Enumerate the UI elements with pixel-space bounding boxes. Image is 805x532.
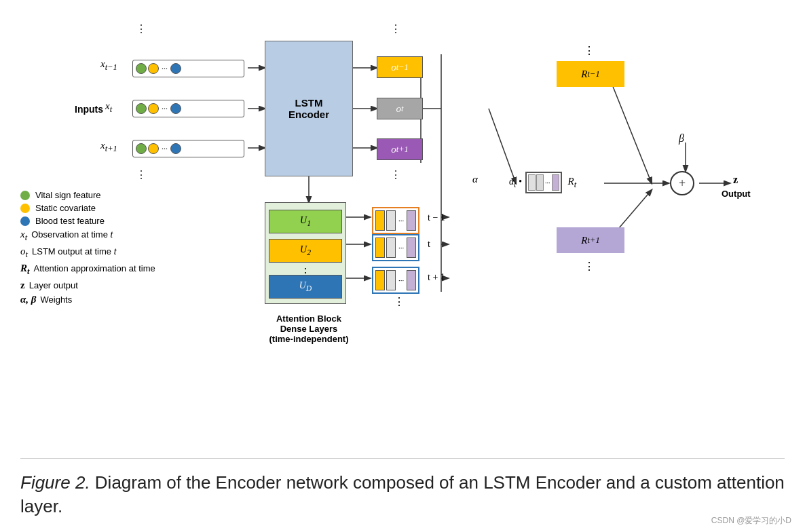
legend-ot-symbol: ot xyxy=(20,246,28,260)
cell-block-t-minus-1: ··· xyxy=(372,207,419,234)
input-row-t-minus-1: ··· xyxy=(132,60,244,77)
cell-block-t-plus-1: ··· xyxy=(372,267,419,294)
node-blue-2 xyxy=(170,103,181,114)
legend-ot-text: LSTM output at time t xyxy=(32,246,116,256)
t-minus-1-label: t − 1 xyxy=(428,212,445,223)
node-blue-1 xyxy=(170,63,181,74)
legend-dot-yellow xyxy=(20,204,30,213)
legend-xt-text: Observation at time t xyxy=(31,229,113,240)
legend-z-symbol: z xyxy=(20,280,25,291)
dots-above-outputs: ⋮ xyxy=(390,24,401,35)
legend-dot-blue xyxy=(20,216,30,226)
legend-text-vital: Vital sign feature xyxy=(35,190,101,200)
x-t-label: xt xyxy=(105,100,112,115)
dots-above-r: ⋮ xyxy=(584,44,595,57)
legend-text-blood: Blood test feature xyxy=(35,216,105,226)
z-label: z xyxy=(733,174,738,186)
attention-u-block: U1 U2 ⋮ UD xyxy=(265,202,346,304)
legend-blood: Blood test feature xyxy=(20,216,155,226)
alpha-label: α xyxy=(472,174,478,185)
t-label: t xyxy=(428,239,430,250)
dots-below-outputs: ⋮ xyxy=(390,170,401,180)
legend-z-text: Layer output xyxy=(29,280,78,290)
x-t-minus-1-label: xt−1 xyxy=(100,58,117,73)
legend-xt-symbol: xt xyxy=(20,229,27,243)
lstm-label: LSTM Encoder xyxy=(288,97,329,120)
beta-label: β xyxy=(679,132,684,145)
ud-label: UD xyxy=(299,280,312,293)
u1-block: U1 xyxy=(269,210,342,233)
u2-label: U2 xyxy=(300,244,311,257)
legend-ot: ot LSTM output at time t xyxy=(20,246,155,260)
output-o-t: ot xyxy=(377,98,423,119)
legend-rt: Rt Attention approximation at time xyxy=(20,263,155,277)
ud-block: UD xyxy=(269,275,342,299)
input-row-t-plus-1: ··· xyxy=(132,140,244,157)
node-dots-3: ··· xyxy=(162,144,168,154)
figure-label: Figure 2. xyxy=(20,472,90,493)
watermark: CSDN @爱学习的小D xyxy=(711,515,791,527)
legend-xt: xt Observation at time t xyxy=(20,229,155,243)
legend-z: z Layer output xyxy=(20,280,155,291)
legend-rt-text: Attention approximation at time xyxy=(34,263,155,273)
r-t-cell: ··· xyxy=(525,172,562,193)
node-blue-3 xyxy=(170,143,181,154)
legend-text-static: Static covariate xyxy=(35,203,96,213)
dots-above-inputs: ⋮ xyxy=(136,24,147,35)
alpha-t-label: αt • xyxy=(509,176,522,189)
r-t-label: Rt xyxy=(568,176,577,190)
legend-vital: Vital sign feature xyxy=(20,190,155,200)
legend-dot-green xyxy=(20,191,30,200)
node-yellow-2 xyxy=(148,103,159,114)
t-plus-1-label: t + 1 xyxy=(428,272,445,283)
caption-text: Diagram of the Encoder network composed … xyxy=(20,472,785,516)
legend-static: Static covariate xyxy=(20,203,155,213)
output-o-t-minus-1: ot−1 xyxy=(377,56,423,78)
output-label: Output xyxy=(722,189,751,199)
sum-circle: + xyxy=(670,171,694,195)
node-green-1 xyxy=(136,63,147,74)
node-yellow-1 xyxy=(148,63,159,74)
legend-alphabeta-symbol: α, β xyxy=(20,294,37,305)
dots-below-cells: ⋮ xyxy=(394,295,405,308)
r-t-minus-1-box: Rt−1 xyxy=(557,61,624,87)
inputs-label: Inputs xyxy=(75,104,103,115)
r-t-row: αt • ··· Rt xyxy=(509,172,576,193)
node-green-2 xyxy=(136,103,147,114)
legend-alphabeta-text: Weights xyxy=(41,294,73,305)
u2-block: U2 xyxy=(269,239,342,263)
cell-block-t: ··· xyxy=(372,234,419,261)
node-yellow-3 xyxy=(148,143,159,154)
legend-alphabeta: α, β Weights xyxy=(20,294,155,305)
u1-label: U1 xyxy=(300,215,311,228)
input-row-t: ··· xyxy=(132,100,244,117)
node-dots-2: ··· xyxy=(162,104,168,114)
output-o-t-plus-1: ot+1 xyxy=(377,138,423,160)
legend-rt-symbol: Rt xyxy=(20,263,30,277)
node-dots-1: ··· xyxy=(162,64,168,74)
node-green-3 xyxy=(136,143,147,154)
figure-caption: Figure 2. Diagram of the Encoder network… xyxy=(20,458,785,518)
x-t-plus-1-label: xt+1 xyxy=(100,140,117,154)
r-t-plus-1-box: Rt+1 xyxy=(557,227,624,253)
attention-block-label: Attention Block Dense Layers (time-indep… xyxy=(255,314,363,344)
svg-line-20 xyxy=(611,81,652,183)
lstm-encoder-box: LSTM Encoder xyxy=(265,41,353,176)
dots-below-inputs: ⋮ xyxy=(136,170,147,180)
dots-below-r: ⋮ xyxy=(584,260,595,273)
legend: Vital sign feature Static covariate Bloo… xyxy=(20,190,155,305)
